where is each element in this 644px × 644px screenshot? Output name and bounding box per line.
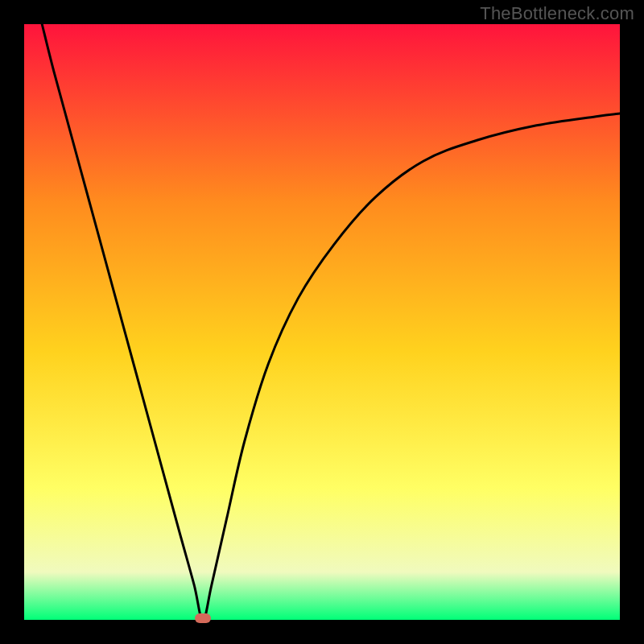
chart-frame: TheBottleneck.com: [0, 0, 644, 644]
chart-canvas: [0, 0, 644, 644]
watermark-text: TheBottleneck.com: [480, 3, 634, 24]
accent-marker: [195, 613, 211, 623]
plot-area: [24, 24, 620, 620]
